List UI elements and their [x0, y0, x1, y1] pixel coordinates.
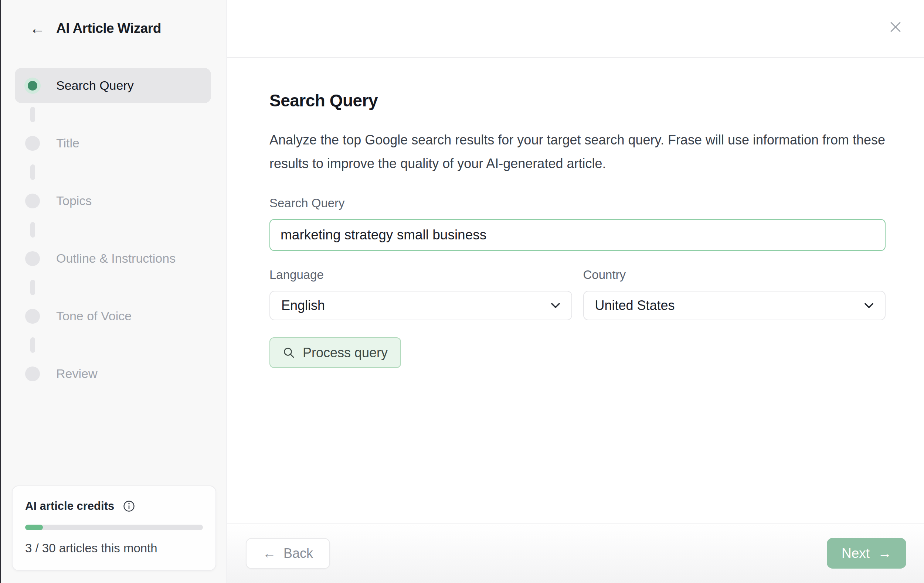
step-connector [0, 161, 226, 183]
back-arrow-button[interactable]: ← [30, 21, 45, 36]
next-button-label: Next [842, 546, 870, 561]
step-label: Search Query [56, 78, 134, 93]
wizard-sidebar: ← AI Article Wizard Search Query Title T… [0, 0, 226, 583]
step-label: Outline & Instructions [56, 251, 176, 266]
info-icon [123, 500, 135, 512]
credits-progress-fill [25, 525, 43, 530]
step-label: Tone of Voice [56, 309, 132, 323]
step-dot-icon [25, 136, 40, 151]
ai-article-wizard-modal: ← AI Article Wizard Search Query Title T… [0, 0, 924, 583]
step-dot-icon [25, 367, 40, 381]
active-step-dot-icon [25, 77, 41, 94]
step-review[interactable]: Review [15, 356, 211, 391]
left-edge-strip [0, 0, 1, 583]
step-connector [0, 103, 226, 126]
ai-article-credits-card: AI article credits 3 / 30 articles this … [12, 486, 216, 571]
search-query-label: Search Query [269, 196, 887, 210]
language-label: Language [269, 268, 572, 282]
step-dot-icon [25, 309, 40, 324]
step-dot-icon [25, 251, 40, 266]
process-query-button[interactable]: Process query [269, 337, 401, 368]
step-search-query[interactable]: Search Query [15, 68, 211, 103]
wizard-title: AI Article Wizard [56, 21, 161, 36]
credits-progress-bar [25, 525, 203, 530]
main-header [227, 0, 924, 58]
country-label: Country [583, 268, 886, 282]
close-button[interactable] [887, 18, 904, 35]
sidebar-header: ← AI Article Wizard [0, 0, 226, 36]
step-dot-icon [25, 194, 40, 208]
search-query-input[interactable] [269, 219, 886, 251]
step-tone-of-voice[interactable]: Tone of Voice [15, 298, 211, 334]
credits-info-button[interactable] [123, 500, 135, 512]
next-button[interactable]: Next → [827, 538, 906, 568]
back-button[interactable]: ← Back [246, 538, 330, 569]
language-value: English [281, 298, 325, 313]
step-connector [0, 218, 226, 241]
wizard-main-panel: Search Query Analyze the top Google sear… [227, 0, 924, 583]
wizard-footer: ← Back Next → [227, 523, 924, 583]
step-description: Analyze the top Google search results fo… [269, 128, 890, 176]
step-label: Topics [56, 194, 92, 208]
country-value: United States [595, 298, 675, 313]
step-topics[interactable]: Topics [15, 183, 211, 218]
step-content: Search Query Analyze the top Google sear… [227, 58, 924, 368]
back-button-label: Back [284, 546, 313, 561]
back-arrow-icon: ← [30, 20, 45, 37]
step-label: Title [56, 136, 79, 150]
chevron-down-icon [551, 303, 560, 308]
arrow-left-icon: ← [263, 547, 276, 560]
wizard-steps: Search Query Title Topics Outline & Inst… [0, 68, 226, 391]
step-connector [0, 276, 226, 298]
arrow-right-icon: → [878, 547, 891, 560]
language-select[interactable]: English [269, 291, 572, 320]
process-query-label: Process query [303, 345, 388, 361]
credits-caption: 3 / 30 articles this month [25, 541, 203, 555]
country-select[interactable]: United States [583, 291, 886, 320]
chevron-down-icon [864, 303, 874, 308]
step-connector [0, 334, 226, 356]
close-icon [889, 20, 902, 34]
page-title: Search Query [269, 91, 887, 110]
credits-title: AI article credits [25, 499, 114, 513]
search-icon [283, 347, 295, 359]
step-label: Review [56, 367, 97, 381]
step-title[interactable]: Title [15, 126, 211, 161]
step-outline-instructions[interactable]: Outline & Instructions [15, 241, 211, 276]
